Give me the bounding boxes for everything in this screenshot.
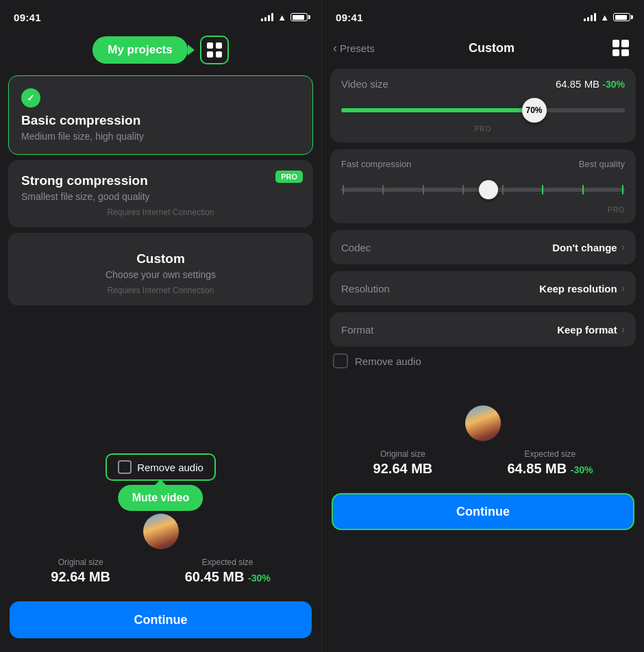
fast-compression-label: Fast compression <box>341 159 412 169</box>
continue-label-left: Continue <box>134 613 188 627</box>
expected-discount-left: -30% <box>248 573 271 584</box>
codec-value-group: Don't change › <box>552 241 625 253</box>
mute-video-tooltip: Mute video <box>119 485 203 511</box>
mute-video-label: Mute video <box>132 492 190 503</box>
strong-note: Requires Internet Connection <box>21 208 300 217</box>
tick-1 <box>343 185 344 195</box>
resolution-label: Resolution <box>341 283 390 294</box>
slider-pro-label: PRO <box>341 125 625 133</box>
basic-compression-card[interactable]: Basic compression Medium file size, high… <box>8 75 313 155</box>
right-remove-audio-checkbox[interactable] <box>333 353 348 368</box>
strong-compression-card[interactable]: PRO Strong compression Smallest file siz… <box>8 160 313 227</box>
tick-3 <box>423 185 424 195</box>
back-button[interactable]: ‹ Presets <box>333 41 375 55</box>
selected-check-icon <box>21 88 40 108</box>
resolution-chevron-icon: › <box>621 282 625 294</box>
quality-pro-label: PRO <box>341 206 625 214</box>
custom-compression-card[interactable]: Custom Choose your own settings Requires… <box>8 233 313 305</box>
slider-fill <box>341 108 534 112</box>
remove-audio-label: Remove audio <box>137 462 203 473</box>
resolution-value-group: Keep resolution › <box>539 282 625 294</box>
original-size-right: Original size 92.64 MB <box>373 449 433 477</box>
continue-label-right: Continue <box>456 505 510 519</box>
tick-5 <box>502 185 504 195</box>
status-bar-right: 09:41 ▲ <box>322 0 644 30</box>
video-size-value: 64.85 MB -30% <box>556 78 625 90</box>
custom-title: Custom <box>21 251 300 266</box>
battery-icon-right <box>613 13 630 21</box>
tick-6 <box>542 185 543 195</box>
continue-button-right[interactable]: Continue <box>332 493 634 530</box>
quality-header: Fast compression Best quality <box>341 159 625 169</box>
video-size-slider[interactable]: 70% <box>341 98 625 123</box>
size-row-left: Original size 92.64 MB Expected size 60.… <box>0 552 321 596</box>
expected-size-label-right: Expected size <box>507 449 593 459</box>
expected-size-right: Expected size 64.85 MB -30% <box>507 449 593 477</box>
tick-7 <box>582 185 584 195</box>
resolution-value: Keep resolution <box>539 283 617 294</box>
tick-8 <box>622 185 623 195</box>
settings-section: Video size 64.85 MB -30% 70% PRO Fast co… <box>322 68 644 347</box>
grid-view-button[interactable] <box>200 36 229 64</box>
format-row[interactable]: Format Keep format › <box>330 312 636 347</box>
signal-icon-right <box>584 13 596 21</box>
original-size-left: Original size 92.64 MB <box>51 557 110 585</box>
back-chevron-icon: ‹ <box>333 41 337 55</box>
my-projects-button[interactable]: My projects <box>92 36 187 64</box>
right-remove-audio-row: Remove audio <box>322 347 644 375</box>
tick-4 <box>462 185 464 195</box>
codec-chevron-icon: › <box>621 241 625 253</box>
video-size-label: Video size <box>341 78 388 90</box>
back-label: Presets <box>340 42 375 54</box>
remove-audio-checkbox[interactable] <box>118 460 132 474</box>
battery-icon-left <box>290 13 308 21</box>
status-icons-right: ▲ <box>584 12 630 23</box>
format-value: Keep format <box>557 324 617 336</box>
expected-size-left: Expected size 60.45 MB -30% <box>185 557 271 585</box>
status-time-left: 09:41 <box>14 12 41 23</box>
status-icons-left: ▲ <box>261 12 308 23</box>
expected-size-label-left: Expected size <box>185 557 271 567</box>
remove-audio-section: Remove audio Mute video <box>0 444 321 484</box>
original-size-value-left: 92.64 MB <box>51 569 110 585</box>
original-size-value-right: 92.64 MB <box>373 461 433 477</box>
video-thumbnail-right <box>465 405 501 441</box>
quality-slider-container[interactable] <box>341 176 625 203</box>
right-panel: 09:41 ▲ ‹ Presets Custom Video size <box>322 0 644 652</box>
page-title-right: Custom <box>469 41 515 55</box>
expected-discount-right: -30% <box>571 464 593 475</box>
thumbnail-row-left <box>0 508 321 552</box>
slider-value: 70% <box>526 105 543 115</box>
best-quality-label: Best quality <box>579 159 625 169</box>
tick-2 <box>382 185 384 195</box>
continue-button-left[interactable]: Continue <box>10 601 312 638</box>
wifi-icon-left: ▲ <box>277 12 286 23</box>
left-panel: 09:41 ▲ My projects Basic compression Me… <box>0 0 322 652</box>
size-row-right: Original size 92.64 MB Expected size 64.… <box>322 444 644 488</box>
remove-audio-container[interactable]: Remove audio Mute video <box>106 453 216 481</box>
expected-size-value-right: 64.85 MB -30% <box>507 461 593 477</box>
codec-value: Don't change <box>552 242 617 253</box>
strong-title: Strong compression <box>21 173 300 188</box>
original-size-label-right: Original size <box>373 449 433 459</box>
slider-thumb[interactable]: 70% <box>522 98 547 123</box>
compression-list: Basic compression Medium file size, high… <box>0 75 321 444</box>
signal-icon-left <box>261 13 273 21</box>
status-bar-left: 09:41 ▲ <box>0 0 321 30</box>
thumbnail-row-right <box>322 400 644 444</box>
custom-subtitle: Choose your own settings <box>21 269 300 280</box>
format-label: Format <box>341 324 374 336</box>
codec-row[interactable]: Codec Don't change › <box>330 230 636 264</box>
custom-note: Requires Internet Connection <box>21 286 300 295</box>
slider-track: 70% <box>341 108 625 112</box>
format-chevron-icon: › <box>621 323 625 336</box>
right-remove-audio-label: Remove audio <box>355 355 421 367</box>
quality-slider-thumb[interactable] <box>479 180 498 199</box>
resolution-row[interactable]: Resolution Keep resolution › <box>330 271 636 305</box>
strong-subtitle: Smallest file size, good quality <box>21 191 300 202</box>
basic-subtitle: Medium file size, high quality <box>21 131 300 142</box>
expected-size-value-left: 60.45 MB -30% <box>185 569 271 585</box>
grid-view-button-right[interactable] <box>608 36 633 60</box>
basic-title: Basic compression <box>21 113 300 128</box>
video-size-card: Video size 64.85 MB -30% 70% PRO <box>330 68 636 142</box>
